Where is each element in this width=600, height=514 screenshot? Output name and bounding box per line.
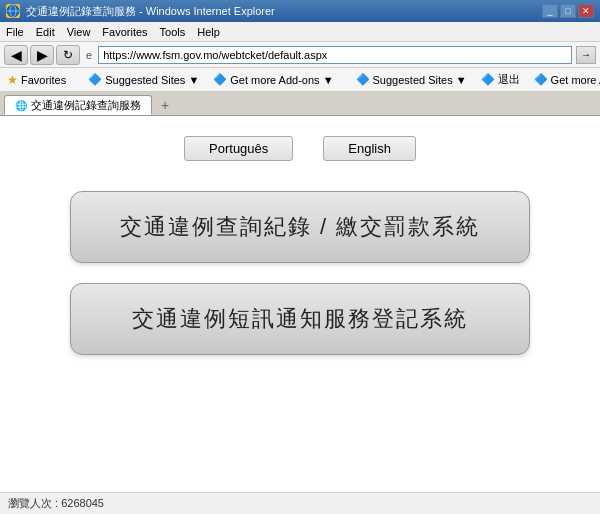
get-addons-2[interactable]: 🔷 Get more Add-ons ▼ [531,72,600,87]
suggested-sites-1[interactable]: 🔷 Suggested Sites ▼ [85,72,202,87]
close-button[interactable]: ✕ [578,4,594,18]
address-bar: ◀ ▶ ↻ e → [0,42,600,68]
browser-window: 交通違例記錄查詢服務 - Windows Internet Explorer _… [0,0,600,514]
menu-favorites[interactable]: Favorites [102,26,147,38]
menu-view[interactable]: View [67,26,91,38]
window-controls[interactable]: _ □ ✕ [542,4,594,18]
forward-button[interactable]: ▶ [30,45,54,65]
logout-icon: 🔷 [481,73,495,86]
visitor-count: 瀏覽人次 : 6268045 [8,496,104,511]
addons-icon-1: 🔷 [213,73,227,86]
status-bar: 瀏覽人次 : 6268045 [0,492,600,514]
favorites-label: Favorites [21,74,66,86]
get-addons-1[interactable]: 🔷 Get more Add-ons ▼ [210,72,336,87]
nav-buttons: ◀ ▶ ↻ [4,45,80,65]
refresh-button[interactable]: ↻ [56,45,80,65]
go-button[interactable]: → [576,46,596,64]
new-tab-button[interactable]: + [154,95,176,115]
logout-button[interactable]: 🔷 退出 [478,71,523,88]
language-selector: Português English [184,136,416,161]
get-addons-label-2: Get more Add-ons ▼ [551,74,600,86]
suggested-sites-label-1: Suggested Sites ▼ [105,74,199,86]
favorites-bar: ★ Favorites 🔷 Suggested Sites ▼ 🔷 Get mo… [0,68,600,92]
english-button[interactable]: English [323,136,416,161]
logout-label: 退出 [498,72,520,87]
menu-bar: File Edit View Favorites Tools Help [0,22,600,42]
tab-favicon: 🌐 [15,100,27,111]
window-title: 交通違例記錄查詢服務 - Windows Internet Explorer [26,4,275,19]
tab-bar: 🌐 交通違例記錄查詢服務 + [0,92,600,116]
suggested-sites-2[interactable]: 🔷 Suggested Sites ▼ [353,72,470,87]
addons-icon-2: 🔷 [534,73,548,86]
page-content: Português English 交通違例查詢紀錄 / 繳交罰款系統 交通違例… [60,116,540,514]
globe-icon-2: 🔷 [356,73,370,86]
get-addons-label-1: Get more Add-ons ▼ [230,74,333,86]
globe-icon: 🔷 [88,73,102,86]
menu-file[interactable]: File [6,26,24,38]
maximize-button[interactable]: □ [560,4,576,18]
tab-label: 交通違例記錄查詢服務 [31,98,141,113]
title-bar: 交通違例記錄查詢服務 - Windows Internet Explorer _… [0,0,600,22]
favorites-star-button[interactable]: ★ Favorites [4,72,69,88]
menu-help[interactable]: Help [197,26,220,38]
browser-icon [6,4,20,18]
suggested-sites-label-2: Suggested Sites ▼ [373,74,467,86]
menu-edit[interactable]: Edit [36,26,55,38]
address-input[interactable] [98,46,572,64]
active-tab[interactable]: 🌐 交通違例記錄查詢服務 [4,95,152,115]
content-area: Português English 交通違例查詢紀錄 / 繳交罰款系統 交通違例… [0,116,600,514]
menu-tools[interactable]: Tools [160,26,186,38]
star-icon: ★ [7,73,18,87]
traffic-violation-inquiry-button[interactable]: 交通違例查詢紀錄 / 繳交罰款系統 [70,191,530,263]
back-button[interactable]: ◀ [4,45,28,65]
minimize-button[interactable]: _ [542,4,558,18]
portuguese-button[interactable]: Português [184,136,293,161]
address-label: e [86,49,92,61]
traffic-sms-notification-button[interactable]: 交通違例短訊通知服務登記系統 [70,283,530,355]
